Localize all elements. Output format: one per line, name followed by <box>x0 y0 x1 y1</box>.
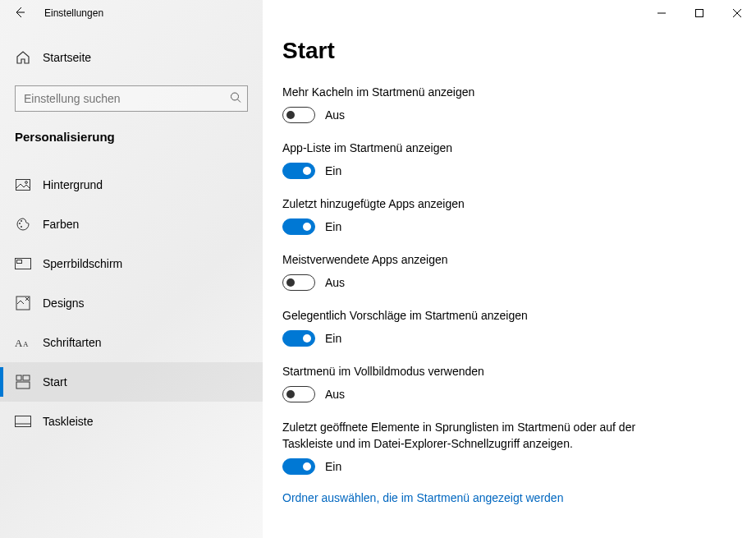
toggle-state-label: Ein <box>325 332 341 345</box>
sidebar-item-label: Designs <box>43 297 85 310</box>
minimize-button[interactable] <box>643 0 680 26</box>
setting-group: Startmenü im Vollbildmodus verwendenAus <box>282 363 736 402</box>
toggle-knob <box>303 462 311 471</box>
search-input[interactable] <box>15 85 248 112</box>
sidebar-item-schriftarten[interactable]: AA Schriftarten <box>0 323 263 362</box>
svg-rect-14 <box>23 375 30 380</box>
toggle-state-label: Ein <box>325 460 341 473</box>
themes-icon <box>15 295 31 311</box>
maximize-icon <box>695 7 703 20</box>
svg-text:A: A <box>15 337 23 349</box>
close-icon <box>733 7 741 20</box>
back-button[interactable] <box>0 0 39 26</box>
toggle-knob <box>303 334 311 343</box>
toggle-row: Aus <box>282 386 736 402</box>
setting-label: Mehr Kacheln im Startmenü anzeigen <box>282 84 676 100</box>
svg-point-4 <box>25 182 28 184</box>
setting-label: Gelegentlich Vorschläge im Startmenü anz… <box>282 307 676 324</box>
page-title: Start <box>282 38 736 64</box>
setting-label: App-Liste im Startmenü anzeigen <box>282 140 676 156</box>
sidebar-item-label: Taskleiste <box>43 415 93 428</box>
toggle-row: Aus <box>282 274 736 291</box>
sidebar-item-label: Hintergrund <box>43 178 103 191</box>
app-title: Einstellungen <box>39 7 103 19</box>
back-arrow-icon <box>13 6 26 21</box>
setting-group: Zuletzt geöffnete Elemente in Sprunglist… <box>282 419 736 475</box>
picture-icon <box>15 177 31 193</box>
toggle-switch[interactable] <box>282 218 315 235</box>
svg-line-2 <box>238 99 241 103</box>
sidebar-item-label: Sperrbildschirm <box>43 257 122 270</box>
palette-icon <box>15 216 31 232</box>
toggle-switch[interactable] <box>282 330 315 347</box>
sidebar-item-sperrbildschirm[interactable]: Sperrbildschirm <box>0 244 263 283</box>
svg-rect-15 <box>16 382 30 389</box>
setting-group: Meistverwendete Apps anzeigenAus <box>282 251 736 291</box>
svg-point-5 <box>19 223 21 224</box>
toggle-state-label: Ein <box>325 164 341 177</box>
sidebar-item-designs[interactable]: Designs <box>0 283 263 323</box>
setting-group: Mehr Kacheln im Startmenü anzeigenAus <box>282 84 736 123</box>
start-tiles-icon <box>15 374 31 390</box>
lockscreen-icon <box>15 255 31 272</box>
svg-rect-13 <box>16 375 21 380</box>
search-box[interactable] <box>15 85 248 112</box>
svg-point-7 <box>21 226 22 228</box>
sidebar: Einstellungen Startseite Personalisierun… <box>0 0 263 538</box>
sidebar-item-start[interactable]: Start <box>0 362 263 402</box>
close-button[interactable] <box>718 0 756 26</box>
setting-group: App-Liste im Startmenü anzeigenEin <box>282 140 736 179</box>
svg-text:A: A <box>23 340 29 348</box>
maximize-button[interactable] <box>680 0 718 26</box>
toggle-row: Aus <box>282 107 736 123</box>
home-icon <box>15 49 31 66</box>
sidebar-section-header: Personalisierung <box>0 112 263 154</box>
setting-label: Zuletzt hinzugefügte Apps anzeigen <box>282 195 676 212</box>
toggle-state-label: Aus <box>325 388 345 401</box>
sidebar-item-taskleiste[interactable]: Taskleiste <box>0 402 263 441</box>
svg-point-6 <box>21 220 22 222</box>
toggle-switch[interactable] <box>282 386 315 402</box>
toggle-switch[interactable] <box>282 163 315 179</box>
settings-list: Mehr Kacheln im Startmenü anzeigenAusApp… <box>282 84 736 475</box>
svg-point-1 <box>231 93 239 100</box>
sidebar-item-label: Start <box>43 375 67 389</box>
toggle-state-label: Ein <box>325 220 341 233</box>
setting-group: Zuletzt hinzugefügte Apps anzeigenEin <box>282 195 736 235</box>
toggle-row: Ein <box>282 330 736 347</box>
setting-group: Gelegentlich Vorschläge im Startmenü anz… <box>282 307 736 347</box>
sidebar-item-hintergrund[interactable]: Hintergrund <box>0 165 263 205</box>
fonts-icon: AA <box>15 334 31 351</box>
toggle-knob <box>286 278 295 287</box>
svg-rect-19 <box>696 10 703 17</box>
toggle-knob <box>303 167 311 175</box>
svg-rect-3 <box>16 180 30 191</box>
toggle-row: Ein <box>282 163 736 179</box>
toggle-switch[interactable] <box>282 274 315 291</box>
svg-rect-9 <box>17 260 22 264</box>
sidebar-home-label: Startseite <box>43 51 91 64</box>
sidebar-item-farben[interactable]: Farben <box>0 205 263 244</box>
sidebar-item-label: Schriftarten <box>43 336 102 349</box>
toggle-knob <box>286 390 295 398</box>
toggle-switch[interactable] <box>282 107 315 123</box>
toggle-switch[interactable] <box>282 458 315 475</box>
toggle-row: Ein <box>282 458 736 475</box>
titlebar: Einstellungen <box>0 0 263 26</box>
toggle-knob <box>303 223 311 231</box>
search-icon <box>230 92 241 106</box>
taskbar-icon <box>15 413 31 430</box>
toggle-knob <box>286 111 295 119</box>
sidebar-nav-list: Hintergrund Farben Sperrbildschirm Desig… <box>0 165 263 441</box>
main-content: Start Mehr Kacheln im Startmenü anzeigen… <box>263 0 756 538</box>
sidebar-item-label: Farben <box>43 218 79 231</box>
setting-label: Meistverwendete Apps anzeigen <box>282 251 676 268</box>
minimize-icon <box>657 7 666 20</box>
toggle-state-label: Aus <box>325 108 345 122</box>
svg-rect-16 <box>16 416 31 427</box>
toggle-state-label: Aus <box>325 276 345 289</box>
sidebar-home[interactable]: Startseite <box>0 41 263 74</box>
window-controls <box>643 0 756 26</box>
setting-label: Zuletzt geöffnete Elemente in Sprunglist… <box>282 419 676 452</box>
choose-folders-link[interactable]: Ordner auswählen, die im Startmenü angez… <box>282 491 736 504</box>
